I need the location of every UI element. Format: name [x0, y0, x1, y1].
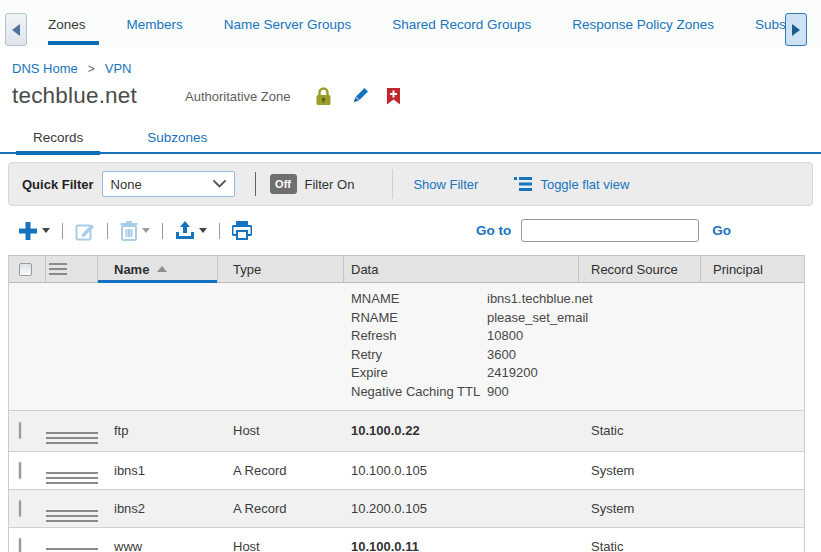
tab-label: Response Policy Zones — [572, 17, 714, 32]
show-filter-link[interactable]: Show Filter — [413, 177, 478, 192]
tab-zones[interactable]: Zones — [48, 0, 86, 48]
soa-field-value: 2419200 — [487, 364, 804, 383]
column-label: Record Source — [591, 262, 678, 277]
tab-members[interactable]: Members — [127, 0, 183, 48]
column-header-data[interactable]: Data — [344, 256, 579, 282]
sort-ascending-icon — [157, 266, 167, 272]
caret-down-icon — [42, 228, 50, 233]
delete-record-button[interactable] — [120, 221, 150, 241]
soa-field-value: 3600 — [487, 346, 804, 365]
soa-record-detail: MNAME ibns1.techblue.net RNAME please_se… — [9, 283, 804, 411]
record-type: A Record — [218, 463, 344, 478]
soa-field-label: RNAME — [351, 309, 487, 328]
caret-down-icon — [142, 228, 150, 233]
go-button[interactable]: Go — [712, 223, 731, 238]
toggle-flat-view-label: Toggle flat view — [540, 177, 629, 192]
export-button[interactable] — [175, 221, 207, 241]
soa-detail-line: Retry 3600 — [351, 346, 804, 365]
row-checkbox[interactable] — [19, 500, 21, 517]
soa-field-value: please_set_email — [487, 309, 804, 328]
table-row[interactable]: ibns1 A Record 10.100.0.105 System — [9, 452, 804, 490]
trash-icon — [120, 221, 138, 241]
record-source: Static — [579, 423, 701, 438]
row-checkbox[interactable] — [19, 422, 21, 439]
soa-field-label: Retry — [351, 346, 487, 365]
row-menu-icon[interactable] — [46, 472, 98, 484]
lock-icon — [315, 87, 332, 106]
tab-label: Zones — [48, 17, 86, 32]
row-menu-icon[interactable] — [46, 510, 98, 522]
zone-type-label: Authoritative Zone — [185, 89, 291, 104]
divider — [219, 223, 220, 239]
tabs-scroll-left-button[interactable] — [5, 13, 27, 46]
tab-subzones[interactable]: Subzones — [130, 123, 224, 152]
chevron-down-icon — [213, 180, 226, 188]
record-source: Static — [579, 539, 701, 552]
column-header-record-source[interactable]: Record Source — [579, 256, 701, 282]
soa-detail-line: RNAME please_set_email — [351, 309, 804, 328]
soa-detail-line: Expire 2419200 — [351, 364, 804, 383]
row-menu-icon[interactable] — [49, 260, 67, 278]
soa-field-value: 900 — [487, 383, 804, 402]
table-row[interactable]: ftp Host 10.100.0.22 Static — [9, 411, 804, 452]
tab-records[interactable]: Records — [16, 123, 100, 152]
tabs-scroll-right-button[interactable] — [785, 13, 807, 46]
filter-on-toggle[interactable]: Off — [270, 174, 297, 194]
caret-down-icon — [199, 228, 207, 233]
add-record-button[interactable] — [18, 221, 50, 241]
column-header-name[interactable]: Name — [98, 256, 218, 282]
tab-response-policy-zones[interactable]: Response Policy Zones — [572, 0, 714, 48]
soa-detail-line: Refresh 10800 — [351, 327, 804, 346]
column-header-principal[interactable]: Principal — [701, 256, 804, 282]
breadcrumb-vpn[interactable]: VPN — [105, 61, 132, 76]
goto-input[interactable] — [521, 219, 699, 242]
divider — [62, 223, 63, 239]
row-checkbox[interactable] — [19, 462, 21, 479]
subtab-label: Subzones — [147, 130, 207, 145]
divider — [392, 169, 393, 199]
tab-label: Shared Record Groups — [392, 17, 531, 32]
breadcrumb: DNS Home > VPN — [12, 61, 821, 76]
record-source: System — [579, 463, 701, 478]
print-icon — [232, 221, 252, 240]
record-name: www — [98, 539, 218, 552]
edit-record-button[interactable] — [75, 221, 95, 241]
soa-field-label: MNAME — [351, 290, 487, 309]
soa-field-label: Negative Caching TTL — [351, 383, 487, 402]
table-row[interactable]: www Host 10.100.0.11 Static — [9, 528, 804, 552]
arrow-right-icon — [792, 24, 800, 36]
toggle-flat-view[interactable]: Toggle flat view — [514, 177, 629, 192]
row-menu-icon[interactable] — [46, 432, 98, 444]
tab-label: Members — [127, 17, 183, 32]
record-data: 10.100.0.22 — [344, 423, 579, 438]
tab-shared-record-groups[interactable]: Shared Record Groups — [392, 0, 531, 48]
soa-field-value: 10800 — [487, 327, 804, 346]
row-menu-icon[interactable] — [46, 548, 98, 552]
record-source: System — [579, 501, 701, 516]
record-data: 10.100.0.105 — [344, 463, 579, 478]
tab-label: Name Server Groups — [224, 17, 352, 32]
divider — [162, 223, 163, 239]
tab-name-server-groups[interactable]: Name Server Groups — [224, 0, 352, 48]
quick-filter-select[interactable]: None — [102, 171, 235, 197]
record-name: ftp — [98, 423, 218, 438]
records-table: Name Type Data Record Source Principal M… — [8, 255, 805, 552]
column-label: Principal — [713, 262, 763, 277]
record-type: Host — [218, 539, 344, 552]
breadcrumb-dns-home[interactable]: DNS Home — [12, 61, 78, 76]
table-row[interactable]: ibns2 A Record 10.200.0.105 System — [9, 490, 804, 528]
bookmark-add-icon[interactable] — [387, 88, 400, 105]
arrow-left-icon — [12, 24, 20, 36]
column-label: Type — [233, 262, 261, 277]
column-header-type[interactable]: Type — [218, 256, 344, 282]
edit-pencil-icon[interactable] — [350, 87, 369, 106]
filter-on-label: Filter On — [305, 177, 355, 192]
table-header-row: Name Type Data Record Source Principal — [9, 255, 804, 283]
subtab-label: Records — [33, 130, 83, 145]
select-all-checkbox[interactable] — [19, 263, 32, 276]
top-tab-bar: Zones Members Name Server Groups Shared … — [0, 0, 821, 48]
print-button[interactable] — [232, 221, 252, 240]
divider — [255, 172, 256, 196]
record-type: Host — [218, 423, 344, 438]
row-checkbox[interactable] — [19, 538, 21, 552]
